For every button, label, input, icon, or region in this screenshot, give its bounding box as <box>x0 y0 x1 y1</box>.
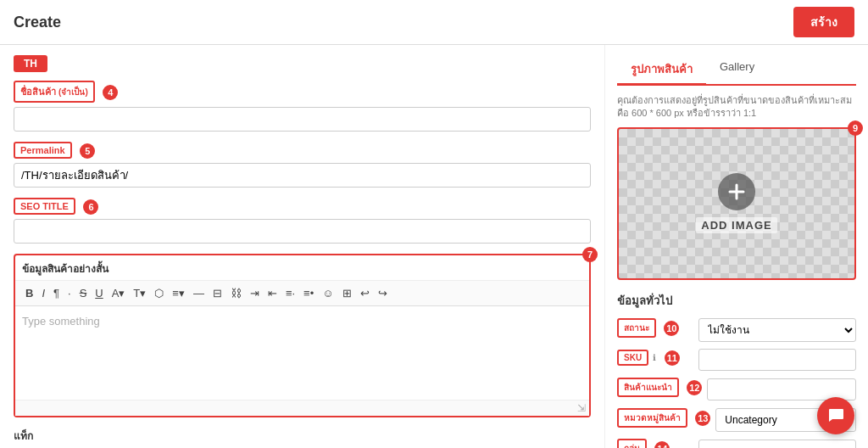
sku-info-icon: ℹ <box>653 353 656 362</box>
featured-label: สินค้าแนะนำ <box>617 378 679 397</box>
seo-title-label: SEO TITLE <box>14 198 75 215</box>
editor-body[interactable]: Type something <box>15 306 589 400</box>
italic-btn[interactable]: I <box>38 285 48 301</box>
page-header: Create สร้าง <box>0 0 868 45</box>
status-select[interactable]: ไม่ใช้งาน ใช้งาน <box>698 318 856 342</box>
badge-5: 5 <box>80 143 95 159</box>
right-panel: รูปภาพสินค้า Gallery คุณต้องการแสดงอยู่ท… <box>605 45 868 448</box>
status-label: สถานะ <box>617 318 656 338</box>
tabs-row: รูปภาพสินค้า Gallery <box>617 55 856 86</box>
redo-btn[interactable]: ↪ <box>375 285 391 301</box>
chat-icon <box>826 406 845 425</box>
underline-btn[interactable]: U <box>92 285 106 301</box>
seo-title-group: SEO TITLE 6 9 <box>14 198 591 244</box>
badge-9: 9 <box>848 120 863 136</box>
editor-resize-handle: ⇲ <box>15 400 589 416</box>
image-upload-area[interactable]: ADD IMAGE <box>617 127 856 280</box>
bold-btn[interactable]: B <box>22 285 36 301</box>
info-section-title: ข้อมูลทั่วไป <box>617 292 856 310</box>
align-btn[interactable]: ≡▾ <box>169 285 188 301</box>
sku-input[interactable] <box>698 349 856 371</box>
create-button[interactable]: สร้าง <box>793 7 854 37</box>
main-layout: TH ชื่อสินค้า (จำเป็น) 4 Permalink 5 S <box>0 45 868 448</box>
left-panel: TH ชื่อสินค้า (จำเป็น) 4 Permalink 5 S <box>0 45 605 448</box>
resize-icon: ⇲ <box>577 402 586 414</box>
info-row-sku: SKU ℹ 11 <box>617 349 856 371</box>
outdent-btn[interactable]: ⇤ <box>264 285 281 301</box>
bullet-btn[interactable]: · <box>64 285 75 301</box>
group-input[interactable] <box>698 440 856 448</box>
badge-7: 7 <box>582 247 598 262</box>
emoji-btn[interactable]: ☺ <box>319 285 337 301</box>
tag-section: แท็ก เพิ่มแท็กใหม่ 8 <box>14 428 591 448</box>
badge-6: 6 <box>83 199 98 215</box>
page-title: Create <box>14 14 61 31</box>
tab-product-image[interactable]: รูปภาพสินค้า <box>617 55 706 86</box>
lang-tab[interactable]: TH <box>14 55 47 72</box>
highlight-btn[interactable]: ⬡ <box>151 285 167 301</box>
sku-label: SKU <box>617 350 648 366</box>
badge-14: 14 <box>654 441 670 448</box>
badge-12: 12 <box>687 380 702 395</box>
plus-icon <box>727 182 746 201</box>
info-row-group: กลุ่ม 14 <box>617 439 856 448</box>
badge-11: 11 <box>665 350 680 366</box>
product-name-group: ชื่อสินค้า (จำเป็น) 4 <box>14 81 591 132</box>
badge-13: 13 <box>695 411 710 426</box>
undo-btn[interactable]: ↩ <box>357 285 373 301</box>
ordered-list-btn[interactable]: ≡· <box>282 285 298 301</box>
image-upload-wrapper: ADD IMAGE 9 <box>617 127 856 280</box>
editor-section: ข้อมูลสินค้าอย่างสั้น B I ¶ · S U A▾ T▾ … <box>14 254 591 417</box>
grid-btn[interactable]: ⊞ <box>339 285 355 301</box>
add-image-circle <box>718 173 755 210</box>
badge-10: 10 <box>664 321 679 336</box>
badge-4: 4 <box>103 85 118 100</box>
product-name-label: ชื่อสินค้า (จำเป็น) <box>14 81 95 103</box>
image-hint: คุณต้องการแสดงอยู่ที่รูปสินค้าที่ขนาดของ… <box>617 94 856 120</box>
category-label: หมวดหมู่สินค้า <box>617 408 687 428</box>
hr-btn[interactable]: — <box>190 285 208 301</box>
chat-bubble[interactable] <box>817 397 854 434</box>
text-style-btn[interactable]: T▾ <box>130 285 149 301</box>
link-btn[interactable]: ⛓ <box>227 285 245 301</box>
editor-toolbar: B I ¶ · S U A▾ T▾ ⬡ ≡▾ — ⊟ ⛓ ⇥ ⇤ ≡· ≡• <box>15 281 589 306</box>
product-name-input[interactable] <box>14 107 591 132</box>
table-btn[interactable]: ⊟ <box>209 285 225 301</box>
permalink-input[interactable] <box>14 163 591 188</box>
indent-btn[interactable]: ⇥ <box>247 285 263 301</box>
group-label: กลุ่ม <box>617 439 647 448</box>
editor-label: ข้อมูลสินค้าอย่างสั้น <box>15 255 589 281</box>
add-image-text: ADD IMAGE <box>696 217 776 233</box>
permalink-label: Permalink <box>14 142 72 159</box>
permalink-group: Permalink 5 <box>14 142 591 188</box>
tag-label: แท็ก <box>14 428 591 444</box>
tab-gallery[interactable]: Gallery <box>706 55 768 86</box>
editor-placeholder: Type something <box>22 315 100 328</box>
paragraph-btn[interactable]: ¶ <box>50 285 63 301</box>
unordered-list-btn[interactable]: ≡• <box>300 285 317 301</box>
font-color-btn[interactable]: A▾ <box>108 285 129 301</box>
info-row-status: สถานะ 10 ไม่ใช้งาน ใช้งาน <box>617 318 856 342</box>
seo-title-input[interactable] <box>14 219 591 244</box>
strike-btn[interactable]: S <box>76 285 91 301</box>
info-row-featured: สินค้าแนะนำ 12 <box>617 378 856 401</box>
